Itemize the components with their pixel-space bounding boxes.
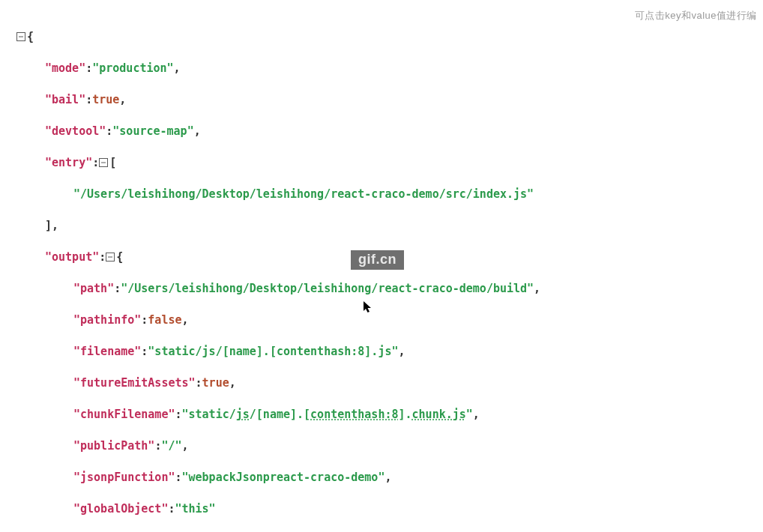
- val-output-pathinfo[interactable]: false: [148, 313, 181, 327]
- key-output-futureemit[interactable]: "futureEmitAssets": [73, 376, 196, 390]
- collapse-icon[interactable]: [16, 32, 25, 41]
- collapse-icon[interactable]: [106, 253, 115, 262]
- editor-hint: 可点击key和value值进行编: [635, 7, 757, 23]
- key-output-jsonpfunction[interactable]: "jsonpFunction": [73, 471, 175, 484]
- val-output-filename[interactable]: "static/js/[name].[contenthash:8].js": [148, 345, 398, 358]
- key-output-publicpath[interactable]: "publicPath": [73, 439, 154, 453]
- val-bail[interactable]: true: [92, 93, 119, 106]
- key-entry[interactable]: "entry": [45, 156, 92, 169]
- val-output-globalobject[interactable]: "this": [175, 502, 215, 516]
- key-output-filename[interactable]: "filename": [73, 345, 141, 358]
- key-mode[interactable]: "mode": [45, 61, 85, 75]
- val-output-publicpath[interactable]: "/": [161, 439, 181, 453]
- val-output-chunkfilename[interactable]: "static/js/[name].[contenthash:8].chunk.…: [182, 408, 473, 421]
- key-devtool[interactable]: "devtool": [45, 124, 106, 138]
- brace-open: {: [27, 30, 34, 43]
- bracket-close: ],: [45, 219, 58, 232]
- json-tree: { "mode":"production", "bail":true, "dev…: [16, 13, 540, 532]
- collapse-icon[interactable]: [99, 158, 108, 167]
- bracket-open: [: [109, 156, 116, 169]
- key-output-pathinfo[interactable]: "pathinfo": [73, 313, 141, 327]
- key-output-path[interactable]: "path": [73, 282, 114, 295]
- brace-open: {: [116, 250, 123, 264]
- val-entry-0[interactable]: "/Users/leishihong/Desktop/leishihong/re…: [73, 187, 534, 201]
- key-output-chunkfilename[interactable]: "chunkFilename": [73, 408, 175, 421]
- val-mode[interactable]: "production": [92, 61, 173, 75]
- key-output[interactable]: "output": [45, 250, 99, 264]
- watermark-badge: gif.cn: [351, 250, 404, 270]
- val-output-path[interactable]: "/Users/leishihong/Desktop/leishihong/re…: [121, 282, 534, 295]
- val-devtool[interactable]: "source-map": [112, 124, 193, 138]
- key-bail[interactable]: "bail": [45, 93, 85, 106]
- key-output-globalobject[interactable]: "globalObject": [73, 502, 168, 516]
- val-output-jsonpfunction[interactable]: "webpackJsonpreact-craco-demo": [182, 471, 385, 484]
- val-output-futureemit[interactable]: true: [202, 376, 229, 390]
